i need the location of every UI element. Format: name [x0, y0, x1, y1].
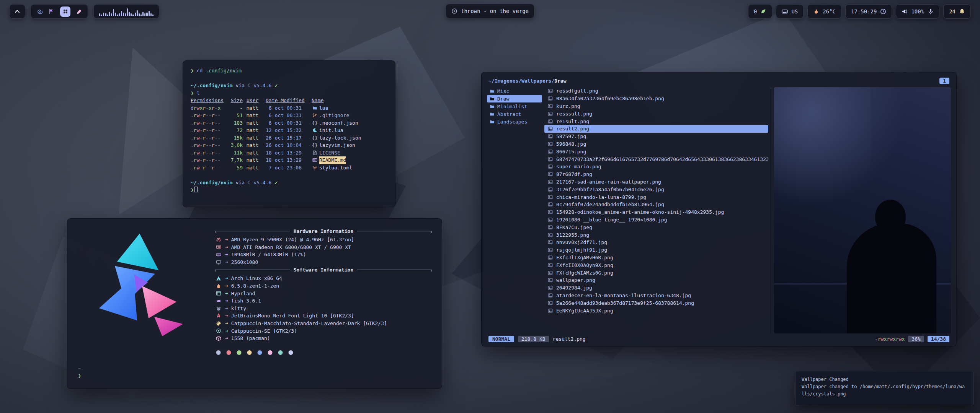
file-row[interactable]: 19201080-__blue-tinge__-1920×1080.jpg [544, 216, 768, 224]
clock-icon [880, 8, 886, 15]
record-icon [451, 8, 457, 14]
palette-dot [258, 350, 262, 355]
thermometer-icon [813, 8, 819, 15]
arrow-icon: ➜ [225, 320, 228, 327]
cpu-graph-widget[interactable] [93, 4, 159, 19]
file-row[interactable]: 20492984.jpg [544, 284, 768, 292]
workspace-brush-icon[interactable] [76, 8, 82, 15]
dir-row[interactable]: Landscapes [487, 118, 542, 125]
updates-module[interactable]: 0 [748, 4, 772, 19]
file-manager-statusbar: NORMAL 218.8 KB result2.png -rwxrwxrwx 3… [487, 333, 951, 342]
distro-logo [80, 228, 195, 343]
file-row[interactable]: 68747470733a2f2f696d616765732d7769786d70… [544, 155, 768, 163]
preview-figure-body [847, 223, 936, 333]
file-name: .neoconf.json [319, 119, 358, 127]
temperature-module[interactable]: 26°C [807, 4, 841, 19]
circles-icon [215, 328, 222, 333]
file-row[interactable]: FXfcII0X0AQyn9X.png [544, 261, 768, 269]
package-icon [215, 336, 222, 341]
notifications-module[interactable]: 24 [943, 4, 971, 19]
listing-header-row: PermissionsSizeUserDate ModifiedName [191, 97, 387, 104]
fetch-info-line: ➜6.5.8-zen1-1-zen [215, 282, 432, 290]
fetch-prompt[interactable]: ~ ❯ [78, 365, 81, 379]
file-row[interactable]: 154928-odinokoe_anime-art-anime-okno-sin… [544, 208, 768, 216]
music-widget[interactable]: thrown - on the verge [446, 4, 534, 18]
file-row[interactable]: atardecer-en-la-montanas-ilustracion-634… [544, 292, 768, 299]
moon-icon [312, 128, 318, 133]
file-manager-window[interactable]: ~/Imagenes/Wallpapers/Draw 1 MiscDrawMin… [481, 72, 957, 346]
tab-indicator[interactable]: 1 [939, 78, 949, 84]
bell-icon [959, 8, 965, 15]
workspace-active[interactable] [60, 7, 70, 17]
arrow-icon: ➜ [225, 275, 228, 282]
file-row[interactable]: ressdfgult.png [544, 87, 768, 95]
dir-row[interactable]: Draw [487, 95, 542, 102]
dir-row[interactable]: Minimalist [487, 102, 542, 110]
fetch-window[interactable]: ~ ❯ Hardware Information ➜AMD Ryzen 9 59… [67, 218, 442, 389]
file-row[interactable]: wallpaper.png [544, 276, 768, 284]
file-row[interactable]: FXfcJlTXgAMvH6R.png [544, 254, 768, 262]
terminal-window[interactable]: ❯ cd .config/nvim ~/.config/nvim via ☾ v… [183, 60, 395, 207]
file-row[interactable]: 08a634fa02a32364f69ebc86a98eb1eb.png [544, 95, 768, 102]
command-text: l [197, 90, 200, 96]
image-icon [547, 255, 553, 260]
file-row[interactable]: rsjqojlmjhf91.jpg [544, 246, 768, 254]
arrow-icon: ➜ [225, 335, 228, 342]
fetch-info-line: ➜980x413 [215, 259, 432, 266]
image-icon [547, 225, 553, 230]
dir-row[interactable]: Abstract [487, 110, 542, 118]
file-row[interactable]: result2.png [544, 125, 768, 133]
file-row[interactable]: re1sult.png [544, 117, 768, 125]
notification-popup[interactable]: Wallpaper Changed Wallpaper changed to /… [795, 371, 974, 405]
file-row[interactable]: FXfcHgcWIAMzs0G.png [544, 269, 768, 276]
file-row[interactable]: EeNKYgIUcAAJ5JX.png [544, 307, 768, 314]
file-row[interactable]: 3122955.png [544, 231, 768, 239]
image-icon [547, 179, 553, 184]
arrow-icon: ➜ [225, 236, 228, 244]
speaker-icon [902, 8, 908, 15]
file-row[interactable]: 866715.png [544, 148, 768, 155]
file-row[interactable]: super-mario.png [544, 163, 768, 171]
file-row[interactable]: 587597.jpg [544, 133, 768, 140]
file-row[interactable]: 3126f7e9bbf21a8a4af0b67b041c6e26.jpg [544, 185, 768, 193]
workspace-flag-icon[interactable] [48, 8, 54, 15]
fetch-info-line: ➜10948MiB / 64183MiB (17%) [215, 251, 432, 259]
fetch-prompt-path: ~ [78, 365, 81, 372]
bar-left-modules [9, 4, 159, 19]
dir-row[interactable]: Misc [487, 87, 542, 95]
palette-dot [289, 350, 293, 355]
file-row[interactable]: 8FKa7Cu.jpeg [544, 223, 768, 231]
image-icon [547, 88, 553, 93]
launcher-button[interactable] [9, 4, 25, 19]
file-name: README.md [319, 156, 346, 164]
palette-dot [268, 350, 273, 355]
workspace-spiral-icon[interactable] [36, 8, 42, 15]
fetch-logo-pane: ~ ❯ [77, 226, 215, 381]
file-row[interactable]: 87r687df.png [544, 171, 768, 178]
terminal-prompt-line[interactable]: ❯ [191, 186, 387, 194]
workspace-grid-icon [62, 8, 69, 15]
image-icon [547, 240, 553, 245]
file-row[interactable]: kurz.png [544, 102, 768, 110]
microphone-icon [928, 8, 934, 15]
volume-module[interactable]: 100% [896, 4, 939, 19]
file-row[interactable]: 5a266e448add93deab367d87173e9f25-6837886… [544, 299, 768, 307]
file-row[interactable]: resssult.png [544, 110, 768, 117]
check-icon: ✔ [274, 180, 278, 185]
notification-count: 24 [949, 8, 956, 15]
keyboard-layout-module[interactable]: US [776, 4, 804, 19]
file-row[interactable]: chica-mirando-la-luna-8799.jpg [544, 193, 768, 201]
arrow-icon: ➜ [225, 251, 228, 259]
cat-icon [215, 306, 222, 311]
file-row[interactable]: nnvuv0xj2df71.jpg [544, 239, 768, 246]
file-row[interactable]: 217167-sad-anime-rain-wallpaper.png [544, 178, 768, 186]
notification-body: Wallpaper changed to /home/matt/.config/… [802, 383, 967, 398]
image-icon [547, 270, 553, 275]
clock-module[interactable]: 17:50:29 [845, 4, 892, 19]
music-label: thrown - on the verge [461, 8, 529, 14]
file-row[interactable]: 0c794faf07de24a4db4d4fb1eb813964.jpg [544, 201, 768, 208]
image-icon [547, 247, 553, 252]
fetch-info-line: ➜1558 (pacman) [215, 335, 432, 342]
folder-icon [312, 106, 318, 111]
file-row[interactable]: 596848.jpg [544, 140, 768, 148]
